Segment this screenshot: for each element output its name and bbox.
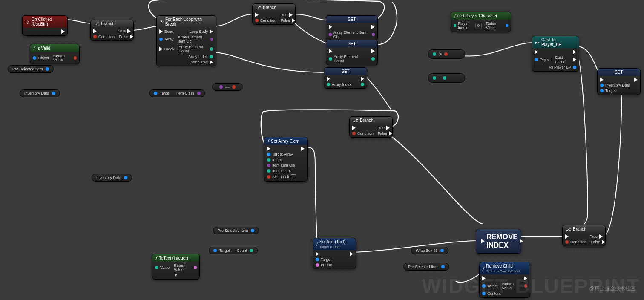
bool-out-pin[interactable] (444, 52, 448, 56)
exec-in-pin[interactable] (565, 234, 569, 239)
node-equals[interactable]: == (212, 83, 243, 91)
exec-in-pin[interactable] (329, 49, 332, 53)
int-pin[interactable] (329, 57, 332, 61)
node-branch-2[interactable]: ⎇Branch True ConditionFalse (252, 3, 296, 25)
exec-false-pin[interactable] (292, 18, 295, 23)
out-pin[interactable] (372, 33, 375, 36)
int-out-pin[interactable] (250, 249, 253, 252)
object-out-pin[interactable] (46, 67, 49, 71)
exec-in-pin[interactable] (267, 147, 270, 151)
int-pin[interactable] (327, 83, 330, 86)
exec-out-pin[interactable] (573, 50, 576, 54)
array-pin[interactable] (159, 38, 163, 41)
exec-failed-pin[interactable] (573, 58, 576, 62)
obj-pin[interactable] (267, 164, 270, 167)
node-branch-3[interactable]: ⎇Branch True ConditionFalse (349, 116, 393, 138)
bool-pin[interactable] (267, 175, 270, 179)
target-pin[interactable] (600, 89, 604, 92)
int-pin[interactable] (454, 24, 456, 27)
out-pin[interactable] (361, 83, 364, 86)
var-inventory-data-2[interactable]: Inventory Data (92, 174, 132, 182)
int-pin[interactable] (267, 169, 270, 173)
exec-false-pin[interactable] (602, 240, 605, 244)
node-cast-player-bp[interactable]: ▸▸Cast To Player_BP ObjectCast Failed As… (532, 36, 579, 72)
obj-out-pin[interactable] (124, 176, 127, 179)
exec-out-pin[interactable] (350, 252, 353, 256)
exec-in-pin[interactable] (535, 50, 538, 54)
node-foreach-break[interactable]: ↻For Each Loop with Break ExecLoop Body … (156, 15, 216, 66)
exec-out-pin[interactable] (361, 77, 364, 81)
var-preselected-item-3[interactable]: Pre Selected Item (403, 263, 449, 271)
node-is-valid[interactable]: 𝑓Is Valid ObjectReturn Value (30, 44, 80, 64)
target-pin[interactable] (316, 258, 319, 261)
node-settext[interactable]: 𝑓SetText (Text)Target is Text TargetIn T… (313, 238, 356, 269)
exec-in-pin[interactable] (316, 252, 319, 256)
node-branch-1[interactable]: ⎇Branch True ConditionFalse (90, 20, 134, 41)
pin[interactable] (600, 84, 604, 87)
exec-in-pin[interactable] (329, 25, 332, 29)
bool-pin[interactable] (93, 35, 97, 38)
a-pin[interactable] (433, 52, 436, 56)
var-preselected-item-2[interactable]: Pre Selected Item (213, 227, 259, 234)
a-pin[interactable] (433, 76, 436, 80)
exec-break-pin[interactable] (159, 47, 163, 51)
node-set-3[interactable]: SET Array Index (324, 67, 367, 89)
exec-in-pin[interactable] (481, 239, 485, 243)
node-remove-child[interactable]: 𝑓Remove ChildTarget is Panel Widget Targ… (479, 262, 530, 298)
bool-out-pin[interactable] (232, 85, 236, 89)
obj-out-pin[interactable] (251, 229, 254, 232)
int-out-pin[interactable] (443, 76, 446, 80)
int-pin[interactable] (210, 55, 213, 58)
node-branch-4[interactable]: ⎇Branch True ConditionFalse (562, 225, 606, 246)
obj-out-pin[interactable] (573, 66, 576, 69)
node-remove-index[interactable]: REMOVE INDEX (476, 229, 521, 254)
expand-icon[interactable]: ▼ (174, 273, 178, 277)
exec-out-pin[interactable] (520, 239, 523, 243)
exec-in-pin[interactable] (352, 126, 356, 130)
content-pin[interactable] (482, 292, 486, 295)
target-pin[interactable] (482, 284, 486, 288)
node-target-count[interactable]: TargetCount (209, 247, 258, 254)
exec-out-pin[interactable] (61, 29, 65, 34)
exec-false-pin[interactable] (130, 35, 133, 39)
bool-pin[interactable] (565, 240, 569, 244)
exec-completed-pin[interactable] (210, 60, 213, 64)
exec-in-pin[interactable] (93, 29, 97, 33)
node-greater[interactable]: > (428, 49, 465, 59)
node-set-array-elem[interactable]: 𝑓Set Array Elem Target Array Index Item … (264, 137, 308, 182)
target-pin[interactable] (213, 249, 217, 252)
text-out-pin[interactable] (194, 266, 197, 269)
exec-true-pin[interactable] (127, 29, 131, 33)
exec-in-pin[interactable] (600, 78, 604, 82)
bool-out-pin[interactable] (524, 284, 527, 288)
exec-out-pin[interactable] (634, 78, 638, 82)
object-out-pin[interactable] (52, 92, 55, 95)
bool-pin[interactable] (255, 19, 259, 22)
exec-out-pin[interactable] (524, 276, 527, 280)
exec-out-pin[interactable] (371, 49, 375, 53)
bool-pin[interactable] (74, 56, 77, 60)
node-totext[interactable]: 𝑓ToText (integer) ValueReturn Value▼ (152, 254, 200, 280)
exec-out-pin[interactable] (371, 25, 375, 29)
obj-out-pin[interactable] (441, 265, 445, 268)
var-wrap-box[interactable]: Wrap Box 66 (411, 247, 448, 254)
class-pin[interactable] (197, 92, 201, 95)
node-subtract[interactable]: - (428, 73, 465, 83)
int-pin[interactable] (155, 266, 158, 269)
array-pin[interactable] (267, 153, 270, 156)
node-set-4[interactable]: SET Inventory DataTarget (597, 68, 641, 95)
exec-in-pin[interactable] (482, 276, 486, 280)
exec-true-pin[interactable] (289, 13, 293, 17)
obj-out-pin[interactable] (506, 24, 508, 27)
exec-true-pin[interactable] (599, 234, 603, 239)
exec-loopbody-pin[interactable] (210, 29, 213, 34)
obj-pin[interactable] (329, 33, 332, 36)
out-pin[interactable] (371, 57, 375, 61)
obj-out-pin[interactable] (440, 249, 444, 252)
text-pin[interactable] (316, 263, 319, 267)
exec-out-pin[interactable] (301, 147, 305, 151)
wild-pin[interactable] (210, 38, 213, 41)
node-set-2[interactable]: SET Array Element Count (326, 40, 378, 65)
bool-pin[interactable] (352, 132, 356, 135)
exec-in-pin[interactable] (255, 13, 259, 17)
